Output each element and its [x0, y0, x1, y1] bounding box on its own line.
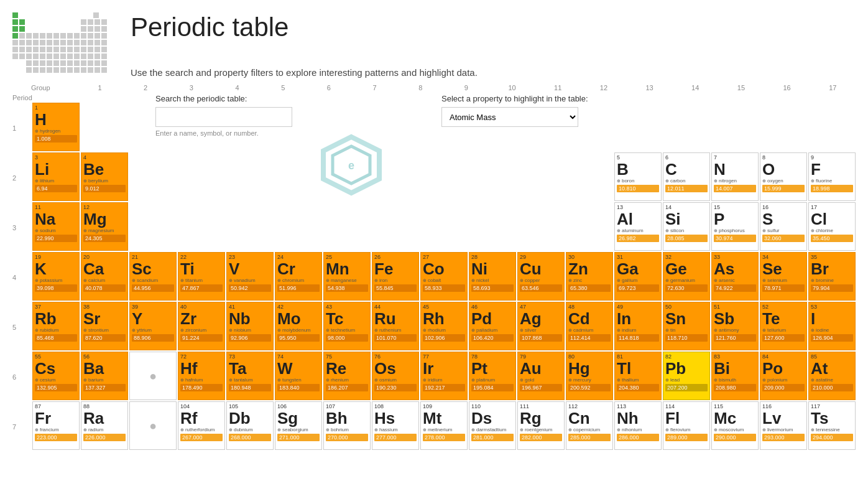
element-Ag[interactable]: 47 Ag silver 107.868: [517, 302, 565, 350]
element-Sg[interactable]: 106 Sg seaborgium 271.000: [275, 401, 322, 450]
element-Cd[interactable]: 48 Cd cadmium 112.414: [566, 302, 613, 350]
svg-rect-32: [40, 40, 45, 45]
svg-rect-35: [60, 40, 66, 45]
element-Br[interactable]: 35 Br bromine 79.904: [808, 252, 856, 301]
element-Lv[interactable]: 116 Lv livermorium 293.000: [760, 401, 807, 450]
element-Na[interactable]: 11 Na sodium 22.990: [32, 202, 80, 251]
element-Zr[interactable]: 40 Zr zirconium 91.224: [178, 302, 225, 350]
element-Mo[interactable]: 42 Mo molybdenum 95.950: [275, 302, 322, 350]
element-Nb[interactable]: 41 Nb niobium 92.906: [226, 302, 274, 350]
select-section: Select a property to highlight in the ta…: [441, 94, 588, 137]
element-Sr[interactable]: 38 Sr strontium 87.620: [81, 302, 128, 350]
element-Bh[interactable]: 107 Bh bohrium 270.000: [323, 401, 371, 450]
element-Y[interactable]: 39 Y yttrium 88.906: [129, 302, 177, 350]
element-Fl[interactable]: 114 Fl flerovium 289.000: [663, 401, 710, 450]
element-Zn[interactable]: 30 Zn zinc 65.380: [566, 252, 613, 301]
element-Cr[interactable]: 24 Cr chromium 51.996: [275, 252, 322, 301]
element-Ba[interactable]: 56 Ba barium 137.327: [81, 352, 128, 400]
element-La-placeholder[interactable]: ●: [129, 352, 177, 400]
element-Ta[interactable]: 73 Ta tantalum 180.948: [226, 352, 274, 400]
element-Au[interactable]: 79 Au gold 196.967: [517, 352, 565, 400]
element-S[interactable]: 16 S sulfur 32.060: [760, 202, 807, 251]
element-N[interactable]: 7 N nitrogen 14.007: [711, 152, 759, 201]
element-K[interactable]: 19 K potassium 39.098: [32, 252, 80, 301]
element-As[interactable]: 33 As arsenic 74.922: [711, 252, 759, 301]
element-Hf[interactable]: 72 Hf hafnium 178.490: [178, 352, 225, 400]
svg-rect-40: [95, 40, 100, 45]
element-At[interactable]: 85 At astatine 210.000: [808, 352, 856, 400]
element-Fe[interactable]: 26 Fe iron 55.845: [372, 252, 419, 301]
element-Cs[interactable]: 55 Cs cesium 132.905: [32, 352, 80, 400]
element-Ir[interactable]: 77 Ir iridium 192.217: [420, 352, 468, 400]
element-Cl[interactable]: 17 Cl chlorine 35.450: [808, 202, 856, 251]
element-Db[interactable]: 105 Db dubnium 268.000: [226, 401, 274, 450]
svg-rect-39: [88, 40, 93, 45]
element-Rb[interactable]: 37 Rb rubidium 85.468: [32, 302, 80, 350]
element-Ga[interactable]: 31 Ga gallium 69.723: [614, 252, 662, 301]
element-Sn[interactable]: 50 Sn tin 118.710: [663, 302, 710, 350]
element-W[interactable]: 74 W tungsten 183.840: [275, 352, 322, 400]
element-Ds[interactable]: 110 Ds darmstadtium 281.000: [469, 401, 516, 450]
element-Mc[interactable]: 115 Mc moscovium 290.000: [711, 401, 759, 450]
element-Re[interactable]: 75 Re rhenium 186.207: [323, 352, 371, 400]
element-Ru[interactable]: 44 Ru ruthenium 101.070: [372, 302, 419, 350]
element-Os[interactable]: 76 Os osmium 190.230: [372, 352, 419, 400]
element-Rg[interactable]: 111 Rg roentgenium 282.000: [517, 401, 565, 450]
element-Sc[interactable]: 21 Sc scandium 44.956: [129, 252, 177, 301]
element-Be[interactable]: 4 Be beryllium 9.012: [81, 152, 128, 201]
element-Pb[interactable]: 82 Pb lead 207.200: [663, 352, 710, 400]
element-Pd[interactable]: 46 Pd palladium 106.420: [469, 302, 516, 350]
element-Al[interactable]: 13 Al aluminum 26.982: [614, 202, 662, 251]
element-Li[interactable]: 3 Li lithium 6.94: [32, 152, 80, 201]
element-Se[interactable]: 34 Se selenium 78.971: [760, 252, 807, 301]
gap-p2g6: [275, 152, 322, 201]
element-Tl[interactable]: 81 Tl thallium 204.380: [614, 352, 662, 400]
element-Ge[interactable]: 32 Ge germanium 72.630: [663, 252, 710, 301]
element-Te[interactable]: 52 Te tellurium 127.600: [760, 302, 807, 350]
element-H[interactable]: 1 H hydrogen 1.008: [32, 103, 80, 151]
element-Co[interactable]: 27 Co cobalt 58.933: [420, 252, 468, 301]
element-Si[interactable]: 14 Si silicon 28.085: [663, 202, 710, 251]
element-Hs[interactable]: 108 Hs hassium 277.000: [372, 401, 419, 450]
element-Bi[interactable]: 83 Bi bismuth 208.980: [711, 352, 759, 400]
svg-rect-84: [40, 67, 45, 73]
element-Cn[interactable]: 112 Cn copernicium 285.000: [566, 401, 613, 450]
element-Rf[interactable]: 104 Rf rutherfordium 267.000: [178, 401, 225, 450]
element-Ts[interactable]: 117 Ts tennessine 294.000: [808, 401, 856, 450]
element-Mn[interactable]: 25 Mn manganese 54.938: [323, 252, 371, 301]
element-V[interactable]: 23 V vanadium 50.942: [226, 252, 274, 301]
property-select[interactable]: Atomic Mass Electronegativity Ionization…: [441, 107, 578, 127]
element-Tc[interactable]: 43 Tc technetium 98.000: [323, 302, 371, 350]
element-In[interactable]: 49 In indium 114.818: [614, 302, 662, 350]
element-Fr[interactable]: 87 Fr francium 223.000: [32, 401, 80, 450]
element-Cu[interactable]: 29 Cu copper 63.546: [517, 252, 565, 301]
element-Po[interactable]: 84 Po polonium 209.000: [760, 352, 807, 400]
element-Mt[interactable]: 109 Mt meitnerium 278.000: [420, 401, 468, 450]
element-C[interactable]: 6 C carbon 12.011: [663, 152, 710, 201]
element-Nh[interactable]: 113 Nh nihonium 286.000: [614, 401, 662, 450]
element-Rh[interactable]: 45 Rh rhodium 102.906: [420, 302, 468, 350]
element-Sb[interactable]: 51 Sb antimony 121.760: [711, 302, 759, 350]
element-Pt[interactable]: 78 Pt platinum 195.084: [469, 352, 516, 400]
svg-rect-91: [88, 67, 93, 73]
element-B[interactable]: 5 B boron 10.810: [614, 152, 662, 201]
svg-rect-42: [12, 47, 18, 52]
svg-rect-50: [67, 47, 73, 52]
element-Ni[interactable]: 28 Ni nickel 58.693: [469, 252, 516, 301]
group-6: 6: [306, 84, 352, 91]
search-input[interactable]: [155, 107, 292, 127]
element-P[interactable]: 15 P phosphorus 30.974: [711, 202, 759, 251]
element-Ac-placeholder[interactable]: ●: [129, 401, 177, 450]
svg-rect-66: [81, 54, 86, 59]
element-Mg[interactable]: 12 Mg magnesium 24.305: [81, 202, 128, 251]
element-Ti[interactable]: 22 Ti titanium 47.867: [178, 252, 225, 301]
page-wrapper: Periodic table Use the search and proper…: [0, 0, 868, 462]
element-Ra[interactable]: 88 Ra radium 226.000: [81, 401, 128, 450]
period-label-1: 1: [12, 122, 31, 132]
element-F[interactable]: 9 F fluorine 18.998: [808, 152, 856, 201]
element-O[interactable]: 8 O oxygen 15.999: [760, 152, 807, 201]
svg-rect-82: [26, 67, 32, 73]
element-I[interactable]: 53 I iodine 126.904: [808, 302, 856, 350]
element-Ca[interactable]: 20 Ca calcium 40.078: [81, 252, 128, 301]
element-Hg[interactable]: 80 Hg mercury 200.592: [566, 352, 613, 400]
